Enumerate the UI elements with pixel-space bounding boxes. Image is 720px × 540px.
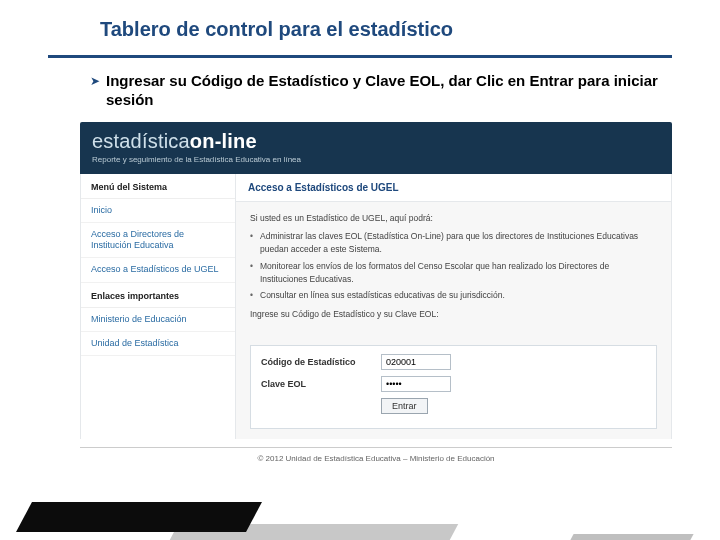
copyright-text: © 2012 Unidad de Estadística Educativa –… xyxy=(80,448,672,469)
panel-bullet: Consultar en línea sus estadísticas educ… xyxy=(250,289,657,302)
main-content: Acceso a Estadísticos de UGEL Si usted e… xyxy=(236,174,671,439)
sidebar-heading-enlaces: Enlaces importantes xyxy=(81,283,235,308)
login-box: Código de Estadístico Clave EOL Entrar xyxy=(250,345,657,429)
entrar-button[interactable]: Entrar xyxy=(381,398,428,414)
slide-decoration xyxy=(0,488,720,540)
panel-bullet: Monitorear los envíos de los formatos de… xyxy=(250,260,657,286)
sidebar: Menú del Sistema Inicio Acceso a Directo… xyxy=(81,174,236,439)
codigo-estadistico-input[interactable] xyxy=(381,354,451,370)
clave-eol-input[interactable] xyxy=(381,376,451,392)
sidebar-item-directores[interactable]: Acceso a Directores de Institución Educa… xyxy=(81,223,235,259)
brand-word-1: estadística xyxy=(92,130,190,152)
sidebar-heading-menu: Menú del Sistema xyxy=(81,174,235,199)
sidebar-item-estadisticos[interactable]: Acceso a Estadísticos de UGEL xyxy=(81,258,235,282)
label-codigo: Código de Estadístico xyxy=(261,357,381,367)
page-title: Tablero de control para el estadístico xyxy=(100,18,720,41)
brand-subtitle: Reporte y seguimiento de la Estadística … xyxy=(92,155,660,164)
sidebar-item-ministerio[interactable]: Ministerio de Educación xyxy=(81,308,235,332)
label-clave: Clave EOL xyxy=(261,379,381,389)
panel-bullet: Administrar las claves EOL (Estadística … xyxy=(250,230,657,256)
instruction-text: Ingresar su Código de Estadístico y Clav… xyxy=(106,72,660,110)
panel-title: Acceso a Estadísticos de UGEL xyxy=(236,174,671,202)
panel-intro: Si usted es un Estadístico de UGEL, aquí… xyxy=(250,212,657,225)
panel-prompt: Ingrese su Código de Estadístico y su Cl… xyxy=(250,308,657,321)
sidebar-item-inicio[interactable]: Inicio xyxy=(81,199,235,223)
sidebar-item-unidad[interactable]: Unidad de Estadística xyxy=(81,332,235,356)
app-screenshot: estadísticaon-line Reporte y seguimiento… xyxy=(80,122,672,439)
brand-word-2: on-line xyxy=(190,130,257,152)
brand-bar: estadísticaon-line Reporte y seguimiento… xyxy=(80,122,672,174)
chevron-right-icon: ➤ xyxy=(90,72,100,90)
